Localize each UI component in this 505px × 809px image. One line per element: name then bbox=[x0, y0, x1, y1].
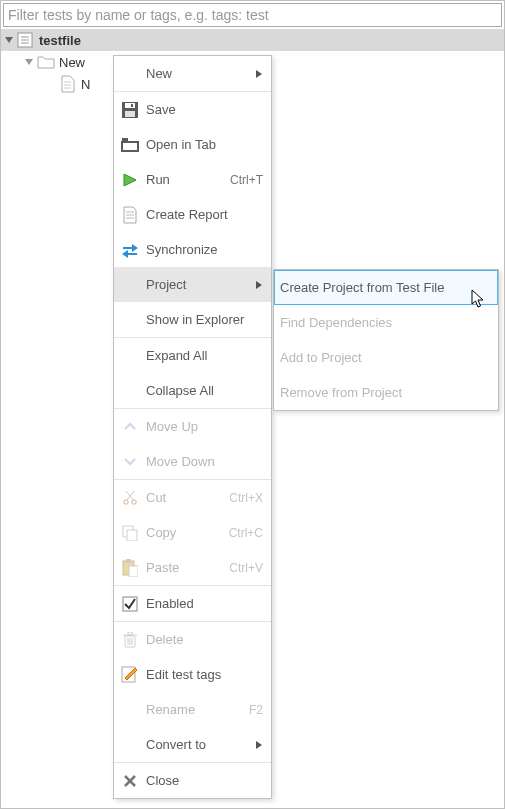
shortcut: Ctrl+X bbox=[229, 491, 263, 505]
submenu-create-project[interactable]: Create Project from Test File bbox=[274, 270, 498, 305]
app-frame: testfile New N bbox=[0, 0, 505, 809]
menu-cut: Cut Ctrl+X bbox=[114, 480, 271, 515]
svg-rect-10 bbox=[131, 104, 133, 107]
cut-icon bbox=[120, 488, 140, 508]
shortcut: Ctrl+T bbox=[230, 173, 263, 187]
tree-grandchild-label: N bbox=[81, 77, 90, 92]
testfile-icon bbox=[17, 31, 35, 49]
blank-icon bbox=[120, 275, 140, 295]
paste-icon bbox=[120, 558, 140, 578]
blank-icon bbox=[120, 735, 140, 755]
tree-child-label: New bbox=[59, 55, 85, 70]
svg-rect-25 bbox=[129, 566, 138, 577]
context-menu: New Save Open in Tab Run Ctrl+T bbox=[113, 55, 272, 799]
copy-icon bbox=[120, 523, 140, 543]
menu-expand-all[interactable]: Expand All bbox=[114, 338, 271, 373]
svg-rect-22 bbox=[127, 530, 137, 541]
menu-enabled[interactable]: Enabled bbox=[114, 586, 271, 621]
report-icon bbox=[120, 205, 140, 225]
menu-rename: Rename F2 bbox=[114, 692, 271, 727]
run-icon bbox=[120, 170, 140, 190]
svg-rect-8 bbox=[125, 103, 135, 108]
blank-icon bbox=[120, 310, 140, 330]
menu-delete: Delete bbox=[114, 622, 271, 657]
filter-tests-input[interactable] bbox=[3, 3, 502, 27]
svg-point-18 bbox=[132, 499, 136, 503]
checkbox-checked-icon bbox=[120, 594, 140, 614]
folder-icon bbox=[37, 53, 55, 71]
svg-rect-12 bbox=[122, 138, 128, 142]
tree-root-label: testfile bbox=[39, 33, 81, 48]
blank-icon bbox=[120, 700, 140, 720]
menu-run[interactable]: Run Ctrl+T bbox=[114, 162, 271, 197]
trash-icon bbox=[120, 630, 140, 650]
menu-move-up: Move Up bbox=[114, 409, 271, 444]
blank-icon bbox=[120, 64, 140, 84]
menu-synchronize[interactable]: Synchronize bbox=[114, 232, 271, 267]
submenu-arrow-icon bbox=[253, 280, 263, 290]
close-icon bbox=[120, 771, 140, 791]
submenu-find-dependencies: Find Dependencies bbox=[274, 305, 498, 340]
shortcut: Ctrl+C bbox=[229, 526, 263, 540]
menu-show-in-explorer[interactable]: Show in Explorer bbox=[114, 302, 271, 337]
svg-rect-24 bbox=[126, 559, 131, 563]
menu-edit-tags[interactable]: Edit test tags bbox=[114, 657, 271, 692]
submenu-remove-from-project: Remove from Project bbox=[274, 375, 498, 410]
menu-project[interactable]: Project bbox=[114, 267, 271, 302]
submenu-add-to-project: Add to Project bbox=[274, 340, 498, 375]
save-icon bbox=[120, 100, 140, 120]
shortcut: Ctrl+V bbox=[229, 561, 263, 575]
submenu-arrow-icon bbox=[253, 740, 263, 750]
blank-icon bbox=[120, 346, 140, 366]
menu-new[interactable]: New bbox=[114, 56, 271, 91]
menu-collapse-all[interactable]: Collapse All bbox=[114, 373, 271, 408]
tree-row-root[interactable]: testfile bbox=[1, 29, 504, 51]
svg-point-17 bbox=[124, 499, 128, 503]
blank-icon bbox=[120, 381, 140, 401]
menu-create-report[interactable]: Create Report bbox=[114, 197, 271, 232]
chevron-down-icon bbox=[120, 452, 140, 472]
submenu-arrow-icon bbox=[253, 69, 263, 79]
menu-close[interactable]: Close bbox=[114, 763, 271, 798]
menu-paste: Paste Ctrl+V bbox=[114, 550, 271, 585]
expander-icon[interactable] bbox=[3, 34, 15, 46]
project-submenu: Create Project from Test File Find Depen… bbox=[273, 269, 499, 411]
menu-convert-to[interactable]: Convert to bbox=[114, 727, 271, 762]
menu-save[interactable]: Save bbox=[114, 92, 271, 127]
chevron-up-icon bbox=[120, 417, 140, 437]
edit-tags-icon bbox=[120, 665, 140, 685]
svg-rect-9 bbox=[125, 111, 135, 117]
menu-open-in-tab[interactable]: Open in Tab bbox=[114, 127, 271, 162]
svg-rect-13 bbox=[123, 143, 137, 150]
tab-icon bbox=[120, 135, 140, 155]
expander-icon[interactable] bbox=[23, 56, 35, 68]
menu-copy: Copy Ctrl+C bbox=[114, 515, 271, 550]
shortcut: F2 bbox=[249, 703, 263, 717]
sync-icon bbox=[120, 240, 140, 260]
document-icon bbox=[59, 75, 77, 93]
svg-line-19 bbox=[127, 491, 134, 500]
menu-move-down: Move Down bbox=[114, 444, 271, 479]
svg-rect-29 bbox=[128, 632, 132, 635]
svg-line-20 bbox=[126, 491, 133, 500]
